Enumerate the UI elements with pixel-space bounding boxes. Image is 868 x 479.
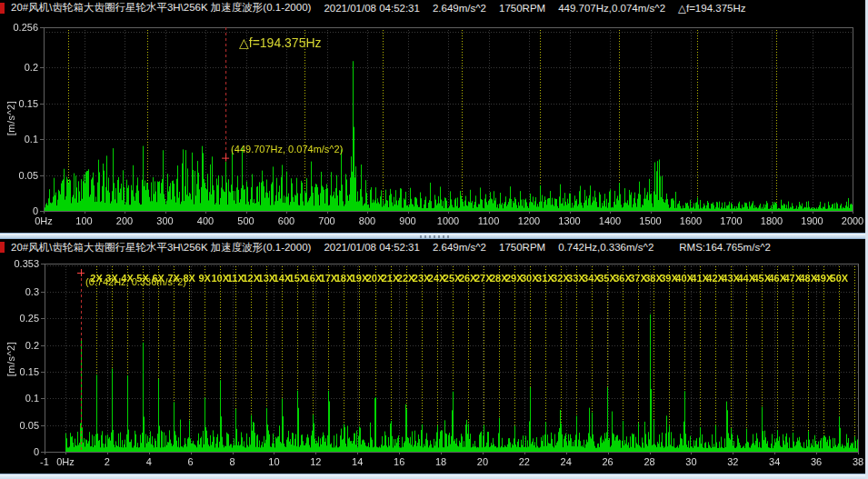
delta-f-annotation: △f=194.375Hz xyxy=(239,35,322,50)
timestamp-1: 2021/01/08 04:52:31 xyxy=(324,3,420,14)
spectrum1-header: 20#风机\齿轮箱大齿圈行星轮水平3H\256K 加速度波形(0.1-2000)… xyxy=(0,0,868,15)
cursor-readout-2: 0.742Hz,0.336m/s^2 xyxy=(558,242,653,253)
rpm-readout-1: 1750RPM xyxy=(499,3,545,14)
channel-indicator-2 xyxy=(0,242,5,253)
horizontal-splitter[interactable] xyxy=(0,233,868,239)
overall-level-1: 2.649m/s^2 xyxy=(433,3,486,14)
rpm-readout-2: 1750RPM xyxy=(499,242,545,253)
y-axis-unit-upper: [m/s^2] xyxy=(5,98,16,138)
overall-level-2: 2.649m/s^2 xyxy=(433,242,486,253)
measurement-path-2: 20#风机\齿轮箱大齿圈行星轮水平3H\256K 加速度波形(0.1-2000) xyxy=(11,241,311,254)
y-axis-unit-lower: [m/s^2] xyxy=(5,339,16,379)
measurement-path-1: 20#风机\齿轮箱大齿圈行星轮水平3H\256K 加速度波形(0.1-2000) xyxy=(11,1,311,15)
channel-indicator-1 xyxy=(0,3,5,14)
splitter-grip-icon[interactable] xyxy=(420,235,449,238)
delta-f-readout: △f=194.375Hz xyxy=(678,2,745,15)
spectrum-plot-lower[interactable] xyxy=(0,255,868,474)
cursor-readout-1: 449.707Hz,0.074m/s^2 xyxy=(558,3,665,14)
timestamp-2: 2021/01/08 04:52:31 xyxy=(324,242,420,253)
rms-readout: RMS:164.765m/s^2 xyxy=(679,242,771,253)
spectrum-plot-upper[interactable] xyxy=(0,15,868,233)
spectrum2-header: 20#风机\齿轮箱大齿圈行星轮水平3H\256K 加速度波形(0.1-2000)… xyxy=(0,239,868,255)
bottom-scrollbar[interactable] xyxy=(0,474,868,479)
